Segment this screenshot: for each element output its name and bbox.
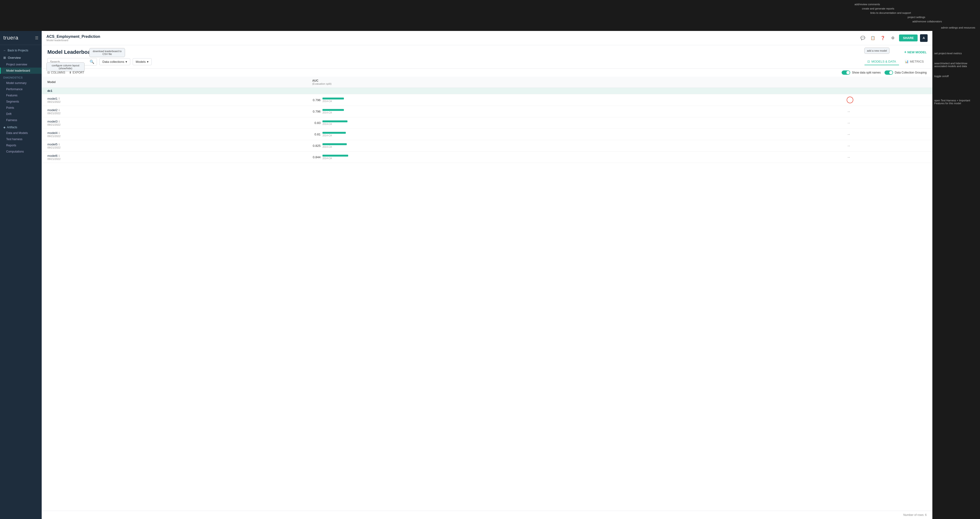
export-icon: ⬇ bbox=[69, 71, 72, 74]
annotation-admin: admin settings and resources bbox=[941, 26, 975, 29]
model5-auc-cell: 0.825 2014-CA bbox=[307, 140, 841, 152]
sidebar-back-button[interactable]: ← Back to Projects bbox=[0, 47, 42, 54]
annotation-collaborators: add/remove collaborators bbox=[912, 20, 942, 23]
sidebar-item-drift[interactable]: Drift bbox=[0, 111, 42, 117]
model1-info-icon[interactable]: ℹ bbox=[59, 97, 60, 100]
metrics-tab[interactable]: 📊 METRICS bbox=[902, 58, 927, 65]
table-controls-right: Show data split names Data Collection Gr… bbox=[842, 70, 927, 75]
model4-name: model4 ℹ bbox=[48, 131, 301, 135]
model1-action-cell: → bbox=[841, 94, 932, 106]
model6-cell: model6 ℹ 09/21/2022 bbox=[42, 152, 307, 163]
show-split-toggle[interactable] bbox=[842, 70, 850, 75]
model5-info-icon[interactable]: ℹ bbox=[59, 143, 60, 146]
annotation-settings: project settings bbox=[908, 16, 925, 19]
model4-info-icon[interactable]: ℹ bbox=[59, 131, 60, 135]
model5-action-cell: → bbox=[841, 140, 932, 152]
model6-open-button[interactable]: → bbox=[846, 155, 850, 159]
models-dropdown[interactable]: Models ▾ bbox=[133, 58, 152, 65]
data-collections-dropdown[interactable]: Data collections ▾ bbox=[99, 58, 130, 65]
help-button[interactable]: ❓ bbox=[879, 34, 887, 42]
models-chevron: ▾ bbox=[147, 60, 149, 63]
models-data-tab[interactable]: ⊡ MODELS & DATA bbox=[864, 58, 899, 65]
annotation-docs: links to documentation and support bbox=[870, 11, 911, 14]
comments-button[interactable]: 💬 bbox=[859, 34, 867, 42]
settings-button[interactable]: ⚙ bbox=[889, 34, 897, 42]
model4-open-button[interactable]: → bbox=[846, 132, 850, 136]
reports-button[interactable]: 📋 bbox=[869, 34, 877, 42]
grouping-toggle[interactable] bbox=[885, 70, 893, 75]
model1-date: 09/21/2022 bbox=[48, 100, 301, 103]
model3-open-button[interactable]: → bbox=[846, 121, 850, 125]
model6-auc-cell: 0.844 2014-CA bbox=[307, 152, 841, 163]
export-button[interactable]: ⬇ EXPORT bbox=[69, 71, 84, 74]
model4-auc-sub: 2014-CA bbox=[323, 134, 346, 137]
model5-open-button[interactable]: → bbox=[846, 144, 850, 148]
sidebar-item-fairness[interactable]: Fairness bbox=[0, 117, 42, 123]
model3-cell: model3 ℹ 09/21/2022 bbox=[42, 117, 307, 129]
model3-action-cell: → bbox=[841, 117, 932, 129]
sidebar-item-computations[interactable]: Computations bbox=[0, 149, 42, 155]
callout-columns: configure column layout (show/hide) bbox=[46, 62, 84, 71]
callout-export: download leaderboard to CSV file bbox=[89, 48, 125, 57]
col-action-header bbox=[841, 77, 932, 88]
model3-info-icon[interactable]: ℹ bbox=[59, 120, 60, 123]
overview-icon: ⊞ bbox=[3, 56, 6, 59]
model4-auc-cell: 0.81 2014-CA bbox=[307, 129, 841, 140]
new-model-button[interactable]: + NEW MODEL bbox=[904, 50, 927, 54]
model-leaderboard-label: Model leaderboard bbox=[6, 69, 30, 72]
model1-open-button[interactable]: → bbox=[846, 97, 853, 103]
columns-button[interactable]: ⊟ COLUMNS bbox=[48, 71, 65, 74]
avatar-button[interactable]: A bbox=[920, 34, 928, 42]
model3-auc-sub: 2014-CA bbox=[323, 123, 347, 125]
model4-date: 09/21/2022 bbox=[48, 135, 301, 138]
sidebar-item-model-leaderboard[interactable]: Model leaderboard bbox=[0, 68, 42, 74]
sidebar-item-performance[interactable]: Performance bbox=[0, 86, 42, 92]
data-collections-label: Data collections bbox=[102, 60, 124, 63]
sidebar-item-points[interactable]: Points bbox=[0, 105, 42, 111]
model5-name: model5 ℹ bbox=[48, 143, 301, 146]
model2-auc-bar bbox=[323, 109, 344, 111]
models-data-icon: ⊡ bbox=[867, 60, 870, 63]
page-header: Model Leaderboard + NEW MODEL bbox=[42, 45, 932, 58]
sidebar-item-project-overview[interactable]: Project overview bbox=[0, 61, 42, 68]
sidebar-item-overview[interactable]: ⊞ Overview bbox=[0, 54, 42, 61]
model3-date: 09/21/2022 bbox=[48, 123, 301, 126]
model2-open-button[interactable]: → bbox=[846, 110, 850, 114]
new-model-label: NEW MODEL bbox=[907, 51, 927, 54]
model6-info-icon[interactable]: ℹ bbox=[59, 154, 60, 157]
table-row: model1 ℹ 09/21/2022 0.796 bbox=[42, 94, 932, 106]
model2-action-cell: → bbox=[841, 106, 932, 117]
model2-info-icon[interactable]: ℹ bbox=[59, 108, 60, 112]
search-icon: 🔍 bbox=[89, 59, 94, 64]
model1-auc-value: 0.796 bbox=[312, 98, 321, 102]
model2-auc-value: 0.796 bbox=[312, 110, 321, 113]
model1-name: model1 ℹ bbox=[48, 97, 301, 100]
sidebar-logo: truera ☰ bbox=[0, 31, 42, 45]
model2-name: model2 ℹ bbox=[48, 108, 301, 112]
model1-auc-cell: 0.796 2014-CA bbox=[307, 94, 841, 106]
sidebar-item-data-models[interactable]: Data and Models bbox=[0, 130, 42, 136]
model6-name: model6 ℹ bbox=[48, 154, 301, 157]
sidebar-item-features[interactable]: Features bbox=[0, 92, 42, 98]
right-annotation-metrics: set project-level metrics bbox=[934, 52, 978, 55]
sidebar-item-segments[interactable]: Segments bbox=[0, 98, 42, 105]
model5-auc-bar bbox=[323, 143, 347, 145]
table-footer: Number of rows: 6 bbox=[42, 511, 932, 519]
toolbar: 🔍 Data collections ▾ Models ▾ bbox=[42, 58, 932, 68]
model5-auc-sub: 2014-CA bbox=[323, 146, 347, 148]
sidebar-item-reports[interactable]: Reports bbox=[0, 142, 42, 149]
toolbar-right: ⊡ MODELS & DATA 📊 METRICS bbox=[864, 58, 927, 65]
model2-auc-cell: 0.796 2014-CA bbox=[307, 106, 841, 117]
model4-auc-bar bbox=[323, 132, 346, 134]
header-left: ACS_Employment_Prediction Model leaderbo… bbox=[46, 35, 100, 42]
grouping-toggle-group: Data Collection Grouping bbox=[885, 70, 927, 75]
model6-action-cell: → bbox=[841, 152, 932, 163]
header-right: 💬 📋 ❓ ⚙ SHARE A bbox=[859, 34, 928, 42]
sidebar-nav: ← Back to Projects ⊞ Overview Project ov… bbox=[0, 45, 42, 519]
metrics-label: METRICS bbox=[910, 60, 924, 63]
model3-auc-cell: 0.83 2014-CA bbox=[307, 117, 841, 129]
hamburger-icon[interactable]: ☰ bbox=[35, 36, 38, 40]
sidebar-item-model-summary[interactable]: Model summary bbox=[0, 80, 42, 86]
share-button[interactable]: SHARE bbox=[899, 35, 918, 41]
sidebar-item-test-harness[interactable]: Test harness bbox=[0, 136, 42, 142]
